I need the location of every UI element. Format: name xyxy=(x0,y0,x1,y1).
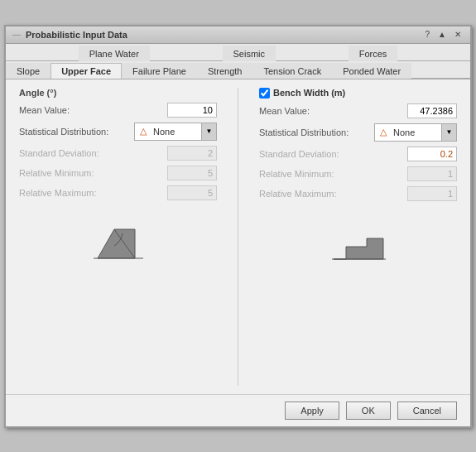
left-rel-min-input[interactable] xyxy=(167,166,217,180)
svg-marker-3 xyxy=(334,238,383,259)
right-dist-value: None xyxy=(392,127,441,137)
left-std-dev-row: Standard Deviation: xyxy=(19,146,217,161)
tab-tension-crack[interactable]: Tension Crack xyxy=(252,63,332,79)
tab-seismic[interactable]: Seismic xyxy=(223,46,276,61)
cancel-button[interactable]: Cancel xyxy=(397,402,457,420)
tab-strength[interactable]: Strength xyxy=(197,63,253,79)
tab-failure-plane[interactable]: Failure Plane xyxy=(122,63,197,79)
right-dist-arrow[interactable]: ▼ xyxy=(441,124,456,141)
dialog: — Probabilistic Input Data ? ▲ ✕ Plane W… xyxy=(4,25,472,428)
tab-forces[interactable]: Forces xyxy=(349,46,398,61)
right-rel-min-input[interactable] xyxy=(407,166,457,181)
right-panel: Bench Width (m) Mean Value: Statistical … xyxy=(259,88,457,386)
right-stat-dist-row: Statistical Distribution: △ None ▼ xyxy=(259,123,457,142)
left-stat-dist-label: Statistical Distribution: xyxy=(19,127,134,137)
right-rel-max-input[interactable] xyxy=(407,186,457,201)
main-content: Angle (°) Mean Value: Statistical Distri… xyxy=(6,79,470,394)
right-mean-label: Mean Value: xyxy=(259,106,407,116)
right-slope-svg xyxy=(329,218,387,267)
footer: Apply OK Cancel xyxy=(6,394,470,426)
right-stat-dist-label: Statistical Distribution: xyxy=(259,127,374,137)
bench-width-checkbox[interactable] xyxy=(259,88,270,99)
left-mean-input[interactable] xyxy=(167,103,217,118)
tab-ponded-water[interactable]: Ponded Water xyxy=(332,63,411,79)
tab-plane-water[interactable]: Plane Water xyxy=(79,46,150,61)
title-bar: — Probabilistic Input Data ? ▲ ✕ xyxy=(6,26,470,44)
help-button[interactable]: ? xyxy=(423,30,433,39)
close-button[interactable]: ✕ xyxy=(452,30,464,39)
left-std-dev-input[interactable] xyxy=(167,146,217,161)
right-diagram xyxy=(259,209,457,276)
left-dist-value: None xyxy=(151,127,201,137)
collapse-button[interactable]: ▲ xyxy=(435,30,449,39)
bench-width-label: Bench Width (m) xyxy=(273,88,345,98)
left-rel-max-label: Relative Maximum: xyxy=(19,188,167,198)
left-mean-label: Mean Value: xyxy=(19,105,167,115)
dialog-title: Probabilistic Input Data xyxy=(26,30,127,40)
ok-button[interactable]: OK xyxy=(346,402,391,420)
svg-marker-0 xyxy=(98,229,135,258)
left-rel-min-label: Relative Minimum: xyxy=(19,168,167,178)
right-mean-row: Mean Value: xyxy=(259,103,457,118)
title-bar-icon: — xyxy=(12,30,21,39)
left-panel: Angle (°) Mean Value: Statistical Distri… xyxy=(19,88,217,386)
right-std-dev-label: Standard Deviation: xyxy=(259,149,407,159)
right-rel-max-label: Relative Maximum: xyxy=(259,189,407,199)
left-mean-row: Mean Value: xyxy=(19,103,217,118)
right-mean-input[interactable] xyxy=(407,103,457,118)
left-dist-icon: △ xyxy=(135,123,151,140)
right-std-dev-input[interactable] xyxy=(407,147,457,161)
right-rel-max-row: Relative Maximum: xyxy=(259,186,457,201)
right-checkbox-row: Bench Width (m) xyxy=(259,88,457,99)
tab-slope[interactable]: Slope xyxy=(6,63,50,79)
left-stat-dist-row: Statistical Distribution: △ None ▼ xyxy=(19,123,217,141)
apply-button[interactable]: Apply xyxy=(285,402,339,420)
left-diagram xyxy=(19,209,217,275)
right-rel-min-label: Relative Minimum: xyxy=(259,169,407,179)
right-rel-min-row: Relative Minimum: xyxy=(259,166,457,181)
left-rel-min-row: Relative Minimum: xyxy=(19,166,217,180)
right-dist-icon: △ xyxy=(375,124,392,141)
left-slope-svg xyxy=(89,217,147,267)
left-rel-max-input[interactable] xyxy=(167,185,217,200)
bottom-tab-row: Slope Upper Face Failure Plane Strength … xyxy=(6,61,470,79)
right-std-dev-row: Standard Deviation: xyxy=(259,147,457,161)
top-tab-row: Plane Water Seismic Forces xyxy=(6,44,470,61)
left-stat-dist-select[interactable]: △ None ▼ xyxy=(134,123,217,141)
tab-upper-face[interactable]: Upper Face xyxy=(50,63,122,79)
left-group-label: Angle (°) xyxy=(19,88,217,98)
left-std-dev-label: Standard Deviation: xyxy=(19,148,167,158)
panel-divider xyxy=(238,88,238,386)
left-rel-max-row: Relative Maximum: xyxy=(19,185,217,200)
right-stat-dist-select[interactable]: △ None ▼ xyxy=(374,123,457,142)
left-dist-arrow[interactable]: ▼ xyxy=(201,123,216,140)
